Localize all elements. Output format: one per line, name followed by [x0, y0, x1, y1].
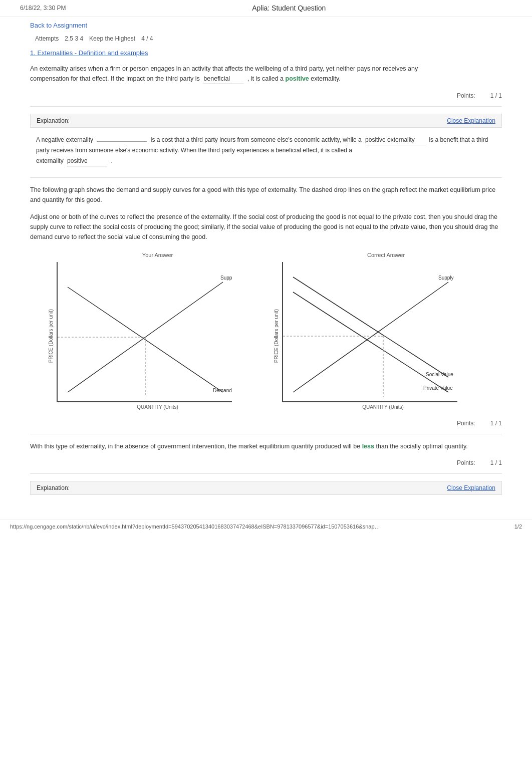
points-value-2: 1 / 1 — [490, 420, 502, 427]
keep-highest-label: Keep the Highest — [89, 35, 135, 42]
points-label-1: Points: — [457, 92, 475, 99]
graph-instruction-2: Adjust one or both of the curves to refl… — [30, 212, 502, 242]
left-graph-panel: PRICE (Dollars per unit) Supply Demand — [48, 262, 258, 410]
attempts-label: Attempts — [35, 35, 59, 42]
svg-text:Supply: Supply — [438, 275, 454, 281]
footer-url: https://ng.cengage.com/static/nb/ui/evo/… — [10, 524, 380, 530]
svg-text:Supply: Supply — [220, 275, 232, 281]
right-graph-svg: Supply Social Value Private Value — [282, 262, 457, 402]
top-bar: 6/18/22, 3:30 PM Aplia: Student Question — [0, 0, 532, 17]
section-title: 1. Externalities - Definition and exampl… — [30, 49, 502, 57]
page-title: Aplia: Student Question — [252, 4, 326, 12]
blank-beneficial: beneficial — [203, 74, 243, 84]
y-axis-label-right: PRICE (Dollars per unit) — [274, 309, 279, 363]
exp-blank-3: positive — [67, 156, 107, 166]
question-1-text: An externality arises when a firm or per… — [30, 64, 502, 84]
attempts-score: 4 / 4 — [141, 35, 153, 42]
graph-answer-labels: Your Answer Correct Answer — [30, 252, 502, 258]
graphs-container: PRICE (Dollars per unit) Supply Demand — [30, 262, 502, 410]
attempts-row: Attempts 2.5 3 4 Keep the Highest 4 / 4 — [35, 35, 502, 42]
footer-page: 1/2 — [514, 524, 522, 530]
attempts-values: 2.5 3 4 — [65, 35, 83, 42]
points-row-2: Points: 1 / 1 — [30, 420, 502, 427]
svg-line-6 — [293, 282, 448, 392]
footer-bar: https://ng.cengage.com/static/nb/ui/evo/… — [0, 519, 532, 534]
svg-line-8 — [293, 292, 448, 392]
exp-blank-1 — [97, 141, 147, 142]
explanation-label-1: Explanation: — [37, 117, 70, 124]
left-graph-svg: Supply Demand — [57, 262, 232, 402]
question-2-text: With this type of externality, in the ab… — [30, 441, 502, 451]
back-to-assignment-link[interactable]: Back to Assignment — [30, 22, 87, 29]
question-2: With this type of externality, in the ab… — [30, 441, 502, 451]
y-axis-label-left: PRICE (Dollars per unit) — [48, 309, 54, 363]
points-label-3: Points: — [457, 459, 475, 466]
graph-instruction-1: The following graph shows the demand and… — [30, 185, 502, 205]
question-1: An externality arises when a firm or per… — [30, 64, 502, 84]
your-answer-label: Your Answer — [142, 252, 173, 258]
svg-text:Demand: Demand — [213, 388, 232, 393]
points-row-1: Points: 1 / 1 — [30, 92, 502, 99]
answer-less: less — [362, 443, 374, 450]
explanation-label-2: Explanation: — [37, 484, 70, 491]
points-label-2: Points: — [457, 420, 475, 427]
correct-answer-label: Correct Answer — [367, 252, 405, 258]
close-explanation-1[interactable]: Close Explanation — [447, 117, 495, 124]
close-explanation-2[interactable]: Close Explanation — [447, 484, 495, 491]
points-row-3: Points: 1 / 1 — [30, 459, 502, 466]
right-graph-panel: PRICE (Dollars per unit) Supply — [274, 262, 484, 410]
x-axis-label-right: QUANTITY (Units) — [282, 404, 484, 410]
explanation-bar-1: Explanation: Close Explanation — [30, 114, 502, 128]
datetime: 6/18/22, 3:30 PM — [20, 5, 66, 12]
explanation-bar-2: Explanation: Close Explanation — [30, 481, 502, 495]
points-value-3: 1 / 1 — [490, 459, 502, 466]
svg-text:Social Value: Social Value — [426, 372, 453, 377]
x-axis-label-left: QUANTITY (Units) — [57, 404, 258, 410]
explanation-1-text: A negative externality is a cost that a … — [30, 132, 502, 169]
answer-positive: positive — [286, 75, 309, 82]
svg-line-7 — [293, 277, 448, 377]
points-value-1: 1 / 1 — [490, 92, 502, 99]
svg-text:Private Value: Private Value — [423, 385, 453, 391]
exp-blank-2: positive externality — [365, 135, 425, 145]
